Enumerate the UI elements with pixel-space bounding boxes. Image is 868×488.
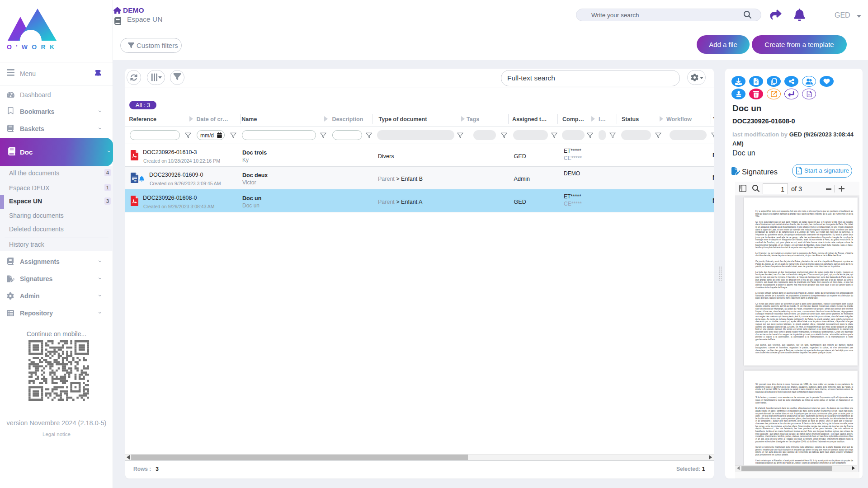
svg-text:w: w [134,179,137,182]
svg-text:O'WORK: O'WORK [7,43,57,51]
